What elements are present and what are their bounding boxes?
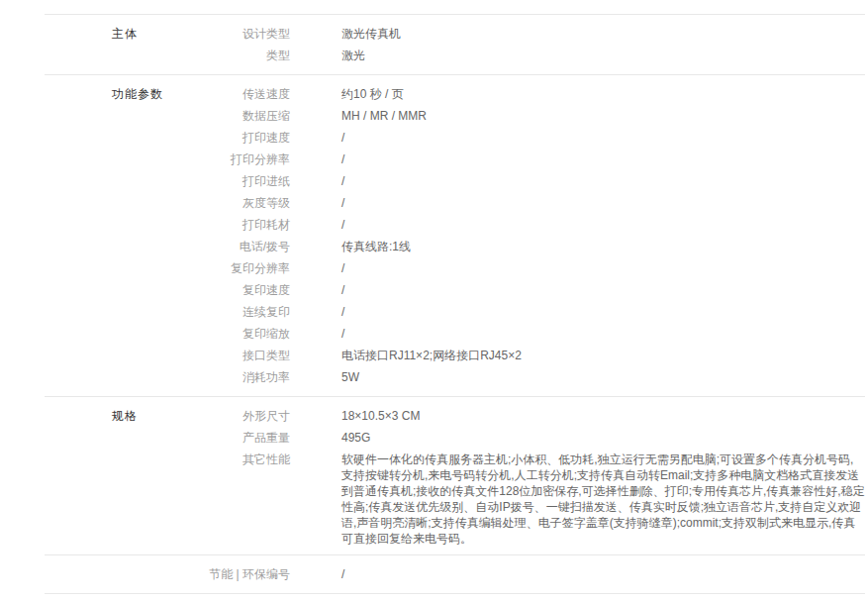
spec-row: 复印缩放/ bbox=[45, 323, 865, 345]
spec-row-value: / bbox=[341, 149, 865, 170]
spec-row-value: 激光 bbox=[341, 45, 865, 66]
spec-row: 外形尺寸18×10.5×3 CM bbox=[45, 405, 865, 427]
spec-row-value: / bbox=[341, 279, 865, 301]
product-spec-table: 主体设计类型激光传真机类型激光功能参数传送速度约10 秒 / 页数据压缩MH /… bbox=[45, 14, 865, 603]
spec-row: 打印分辨率/ bbox=[45, 149, 865, 170]
spec-row-label: 数据压缩 bbox=[45, 105, 290, 127]
spec-row: 数据压缩MH / MR / MMR bbox=[45, 105, 865, 127]
spec-row: 复印速度/ bbox=[45, 279, 865, 301]
spec-row: 电话/拨号传真线路:1线 bbox=[45, 236, 865, 257]
spec-row: 消耗功率5W bbox=[45, 366, 865, 388]
spec-row-label: 复印速度 bbox=[45, 279, 290, 301]
spec-row-label: 消耗功率 bbox=[45, 366, 290, 388]
spec-row-value: / bbox=[341, 214, 865, 236]
spec-row-label: 打印速度 bbox=[45, 127, 290, 149]
spec-row-label: 复印缩放 bbox=[45, 323, 290, 345]
spec-row-label: 灰度等级 bbox=[45, 192, 290, 214]
spec-row: 复印分辨率/ bbox=[45, 257, 865, 279]
section-category: 规格 bbox=[112, 405, 138, 427]
spec-row-label: 打印耗材 bbox=[45, 214, 290, 236]
spec-row-value: 电话接口RJ11×2;网络接口RJ45×2 bbox=[341, 345, 865, 366]
spec-row: 传送速度约10 秒 / 页 bbox=[45, 83, 865, 105]
spec-row-label: 打印分辨率 bbox=[45, 149, 290, 170]
spec-row-label: 接口类型 bbox=[45, 345, 290, 366]
spec-row-label: 复印分辨率 bbox=[45, 257, 290, 279]
spec-row-label: 其它性能 bbox=[45, 449, 290, 467]
spec-row-value: / bbox=[341, 301, 865, 323]
spec-row-label: 节能 | 环保编号 bbox=[45, 563, 290, 585]
section-category: 主体 bbox=[112, 23, 138, 45]
spec-row-label: 连续复印 bbox=[45, 301, 290, 323]
spec-row: 接口类型电话接口RJ11×2;网络接口RJ45×2 bbox=[45, 345, 865, 366]
spec-row: 连续复印/ bbox=[45, 301, 865, 323]
spec-section: 功能参数传送速度约10 秒 / 页数据压缩MH / MR / MMR打印速度/打… bbox=[45, 74, 865, 396]
spec-row-value: 18×10.5×3 CM bbox=[341, 405, 865, 427]
spec-row-label: 外形尺寸 bbox=[45, 405, 290, 427]
spec-row-value: 495G bbox=[341, 427, 865, 449]
spec-row-value: / bbox=[341, 257, 865, 279]
spec-row: 节能 | 环保编号/ bbox=[45, 563, 865, 585]
spec-row: 设计类型激光传真机 bbox=[45, 23, 865, 45]
spec-row-value: / bbox=[341, 170, 865, 192]
spec-row-value: MH / MR / MMR bbox=[341, 105, 865, 127]
spec-row: 类型激光 bbox=[45, 45, 865, 66]
spec-section: 节能 | 环保编号/ bbox=[45, 554, 865, 593]
spec-row-label: 电话/拨号 bbox=[45, 236, 290, 257]
spec-section: 其它其它无纸传真,电脑传真 bbox=[45, 593, 865, 603]
spec-row-label: 类型 bbox=[45, 45, 290, 66]
spec-row: 打印耗材/ bbox=[45, 214, 865, 236]
spec-row: 其它性能软硬件一体化的传真服务器主机;小体积、低功耗,独立运行无需另配电脑;可设… bbox=[45, 449, 865, 547]
spec-row-label: 产品重量 bbox=[45, 427, 290, 449]
spec-row-value: / bbox=[341, 192, 865, 214]
spec-row: 打印速度/ bbox=[45, 127, 865, 149]
spec-row: 灰度等级/ bbox=[45, 192, 865, 214]
spec-section: 规格外形尺寸18×10.5×3 CM产品重量495G其它性能软硬件一体化的传真服… bbox=[45, 396, 865, 554]
spec-row: 产品重量495G bbox=[45, 427, 865, 449]
spec-row-value: / bbox=[341, 563, 865, 585]
spec-row-value: / bbox=[341, 323, 865, 345]
spec-row-value: 5W bbox=[341, 366, 865, 388]
spec-row-value: 激光传真机 bbox=[341, 23, 865, 45]
section-category: 功能参数 bbox=[112, 83, 163, 105]
spec-row: 打印进纸/ bbox=[45, 170, 865, 192]
spec-row-value: / bbox=[341, 127, 865, 149]
spec-row-value: 软硬件一体化的传真服务器主机;小体积、低功耗,独立运行无需另配电脑;可设置多个传… bbox=[341, 449, 865, 547]
spec-row-value: 约10 秒 / 页 bbox=[341, 83, 865, 105]
spec-row-label: 打印进纸 bbox=[45, 170, 290, 192]
spec-row-label: 设计类型 bbox=[45, 23, 290, 45]
spec-row-value: 传真线路:1线 bbox=[341, 236, 865, 257]
spec-section: 主体设计类型激光传真机类型激光 bbox=[45, 14, 865, 74]
spec-row-label: 传送速度 bbox=[45, 83, 290, 105]
